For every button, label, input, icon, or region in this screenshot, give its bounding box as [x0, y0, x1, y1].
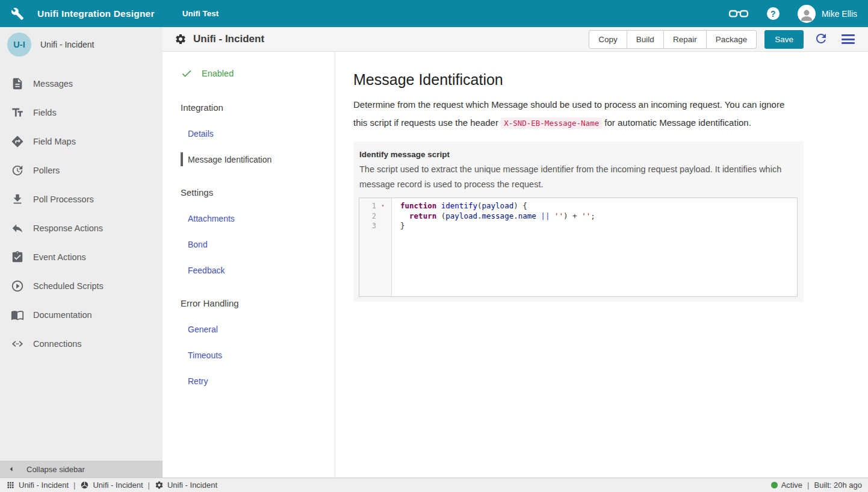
action-button-group: CopyBuildRepairPackage: [589, 30, 757, 49]
gutter-row: 3: [359, 221, 391, 231]
active-status-dot: [771, 482, 778, 488]
topbar-right: ? Mike Ellis: [728, 4, 857, 24]
sidebar-integration-row[interactable]: U-I Unifi - Incident: [0, 27, 163, 62]
code-line: }: [400, 221, 595, 231]
help-icon[interactable]: ?: [767, 7, 780, 20]
statusbar-item[interactable]: Unifi - Incident: [155, 481, 217, 490]
subnav-link-timeouts[interactable]: Timeouts: [188, 350, 335, 360]
package-button[interactable]: Package: [706, 30, 757, 49]
collapse-sidebar-label: Collapse sidebar: [26, 465, 85, 474]
subnav-link-attachments[interactable]: Attachments: [188, 214, 335, 223]
page-description: Determine from the request which Message…: [353, 96, 799, 132]
code-line: return (payload.message.name || '') + ''…: [400, 211, 595, 222]
arrow-left-icon: [6, 464, 17, 475]
subnav-section-integration: IntegrationDetailsMessage Identification: [181, 102, 335, 164]
user-name[interactable]: Mike Ellis: [822, 9, 857, 19]
description-text-after: for automatic Message identification.: [602, 117, 751, 128]
reply-icon: [11, 222, 24, 235]
enabled-label: Enabled: [202, 69, 234, 78]
card-description: The script used to extract the unique me…: [359, 162, 798, 192]
subnav-link-retry[interactable]: Retry: [188, 376, 335, 386]
script-editor[interactable]: 1▾23 function identify(payload) { return…: [359, 198, 798, 297]
panel-title: Unifi - Incident: [193, 33, 264, 45]
download-icon: [11, 193, 24, 206]
subnav-link-details[interactable]: Details: [188, 129, 335, 139]
sidebar-item-label: Response Actions: [33, 223, 103, 233]
subnav-link-feedback[interactable]: Feedback: [188, 266, 335, 275]
sidebar-item-event-actions[interactable]: Event Actions: [0, 243, 163, 272]
copy-button[interactable]: Copy: [589, 30, 627, 49]
sidebar-item-poll-processors[interactable]: Poll Processors: [0, 185, 163, 214]
top-bar: Unifi Integration Designer Unifi Test ? …: [0, 0, 868, 27]
gear-icon: [175, 33, 187, 45]
built-label: Built: 20h ago: [814, 481, 862, 490]
fold-arrow-icon[interactable]: ▾: [376, 201, 389, 211]
statusbar-separator: |: [73, 481, 75, 490]
card-label: Identify message script: [359, 150, 798, 159]
statusbar-item-label: Unifi - Incident: [167, 481, 217, 490]
statusbar-item[interactable]: Unifi - Incident: [6, 481, 69, 490]
sidebar-item-label: Connections: [33, 339, 82, 349]
sidebar-item-label: Fields: [33, 108, 57, 117]
repair-button[interactable]: Repair: [663, 30, 707, 49]
gear-icon: [155, 481, 164, 490]
subnav-section-error-handling: Error HandlingGeneralTimeoutsRetry: [181, 298, 335, 386]
menu-button[interactable]: [842, 34, 855, 44]
save-button[interactable]: Save: [764, 30, 804, 49]
subnav-link-message-identification[interactable]: Message Identification: [188, 155, 335, 164]
sidebar-item-messages[interactable]: Messages: [0, 69, 163, 98]
unifi-integration-designer-app: Unifi Integration Designer Unifi Test ? …: [0, 0, 868, 492]
environment-name: Unifi Test: [182, 9, 219, 18]
sidebar-item-response-actions[interactable]: Response Actions: [0, 214, 163, 243]
grid-icon: [6, 481, 15, 490]
editor-code-area[interactable]: function identify(payload) { return (pay…: [392, 198, 595, 296]
glasses-icon[interactable]: [728, 4, 749, 24]
user-avatar[interactable]: [798, 5, 816, 23]
statusbar-item-label: Unifi - Incident: [19, 481, 69, 490]
sidebar-item-field-maps[interactable]: Field Maps: [0, 127, 163, 156]
sidebar-item-label: Event Actions: [33, 252, 86, 262]
integration-avatar: U-I: [7, 33, 31, 57]
subnav-sections: IntegrationDetailsMessage Identification…: [181, 102, 335, 386]
gutter-row: 2: [359, 211, 391, 222]
collapse-sidebar-button[interactable]: Collapse sidebar: [0, 461, 163, 478]
sidebar: U-I Unifi - Incident MessagesFieldsField…: [0, 27, 163, 478]
build-button[interactable]: Build: [627, 30, 664, 49]
document-icon: [11, 77, 24, 90]
sidebar-item-documentation[interactable]: Documentation: [0, 300, 163, 329]
sidebar-item-fields[interactable]: Fields: [0, 98, 163, 127]
sidebar-item-pollers[interactable]: Pollers: [0, 156, 163, 185]
statusbar-item[interactable]: Unifi - Incident: [80, 481, 143, 490]
active-status-label: Active: [781, 481, 802, 490]
line-number: 1: [359, 201, 376, 211]
statusbar-separator: |: [148, 481, 150, 490]
status-bar: Unifi - Incident|Unifi - Incident|Unifi …: [0, 478, 868, 492]
main-panel: Unifi - Incident CopyBuildRepairPackage …: [163, 27, 868, 478]
sidebar-item-label: Field Maps: [33, 137, 76, 146]
sidebar-nav: MessagesFieldsField MapsPollersPoll Proc…: [0, 62, 163, 461]
line-number: 2: [359, 211, 376, 222]
helm-icon: [80, 481, 89, 490]
panel-header: Unifi - Incident CopyBuildRepairPackage …: [163, 27, 868, 52]
integration-name: Unifi - Incident: [40, 40, 94, 49]
sub-nav: Enabled IntegrationDetailsMessage Identi…: [163, 52, 335, 478]
subnav-link-general[interactable]: General: [188, 325, 335, 334]
sidebar-item-scheduled-scripts[interactable]: Scheduled Scripts: [0, 272, 163, 300]
refresh-button[interactable]: [814, 31, 828, 48]
statusbar-left: Unifi - Incident|Unifi - Incident|Unifi …: [6, 481, 217, 490]
wrench-icon: [11, 7, 24, 20]
page-title: Message Identification: [353, 71, 850, 89]
check-icon: [181, 67, 193, 79]
sidebar-item-label: Pollers: [33, 166, 60, 175]
update-icon: [11, 164, 24, 177]
subnav-heading: Settings: [181, 187, 335, 198]
subnav-heading: Integration: [181, 102, 335, 113]
sidebar-item-connections[interactable]: Connections: [0, 329, 163, 358]
subnav-link-bond[interactable]: Bond: [188, 240, 335, 249]
sidebar-item-label: Scheduled Scripts: [33, 281, 104, 291]
header-name-code: X-SND-EB-Message-Name: [501, 117, 602, 129]
play-circle-icon: [11, 279, 24, 293]
gutter-row: 1▾: [359, 201, 391, 211]
statusbar-right: Active | Built: 20h ago: [771, 481, 862, 490]
identify-script-card: Identify message script The script used …: [353, 142, 804, 302]
